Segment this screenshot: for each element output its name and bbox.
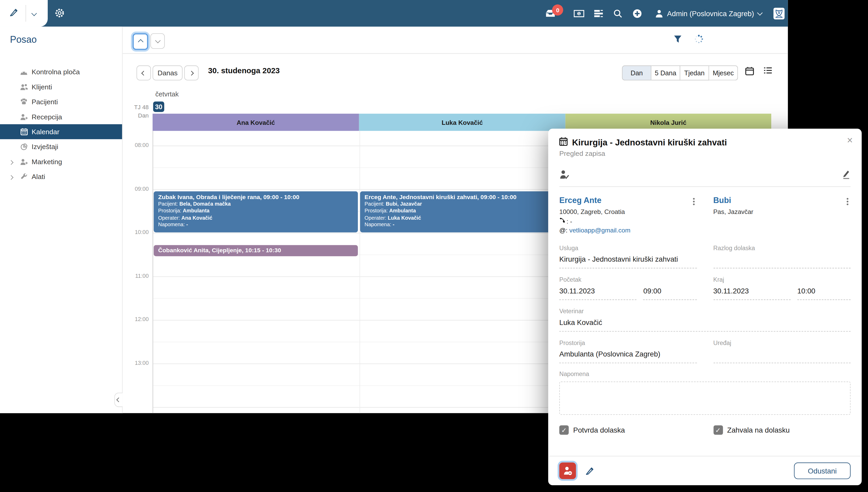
event-detail: Operater: Ana Kovačić: [158, 215, 353, 221]
field-value[interactable]: [714, 255, 851, 268]
checkbox-potvrda-dolaska[interactable]: ✓ Potvrda dolaska: [559, 425, 697, 435]
field-label: Razlog dolaska: [714, 244, 851, 251]
view-tab-dan[interactable]: Dan: [622, 66, 651, 80]
field-kraj: Kraj 30.11.2023 10:00: [714, 276, 851, 300]
appointment-modal: × Kirurgija - Jednostavni kiruški zahvat…: [548, 129, 862, 485]
column-header-nikola-juric[interactable]: Nikola Jurić: [565, 114, 771, 131]
field-usluga: Usluga Kirurgija - Jednostavni kiruški z…: [559, 244, 697, 268]
clients-people-icon: [19, 83, 28, 90]
end-date-value[interactable]: 30.11.2023: [714, 287, 791, 300]
event-detail: Prostorija: Ambulanta: [158, 208, 353, 215]
column-header-luka-kovacic[interactable]: Luka Kovačić: [359, 114, 565, 131]
client-phone-row: : -: [559, 217, 697, 225]
sidebar-item-label: Izvještaji: [31, 143, 58, 151]
agenda-list-icon[interactable]: [764, 67, 772, 78]
napomena-textarea[interactable]: [559, 382, 850, 415]
active-module-tab[interactable]: [0, 0, 48, 27]
queue-list-icon[interactable]: [593, 0, 604, 27]
pencil-module-icon: [9, 7, 19, 20]
start-time-value[interactable]: 09:00: [643, 287, 697, 300]
field-label: Prostorija: [559, 339, 697, 346]
column-header-ana-kovacic[interactable]: Ana Kovačić: [152, 114, 359, 131]
person-check-icon[interactable]: [559, 169, 570, 181]
field-value[interactable]: Ambulanta (Poslovnica Zagreb): [559, 350, 697, 363]
client-phone-value: -: [570, 218, 572, 224]
event-title: Zubak Ivana, Obrada i liječenje rana, 09…: [158, 194, 353, 201]
edit-record-pencil-icon[interactable]: [841, 169, 850, 181]
edit-pencil-icon[interactable]: [585, 466, 595, 476]
sidebar-item-marketing[interactable]: Marketing: [0, 154, 122, 169]
day-number-badge[interactable]: 30: [153, 101, 164, 112]
checkbox-zahvala-na-dolasku[interactable]: ✓ Zahvala na dolasku: [714, 425, 851, 435]
patient-name-link[interactable]: Bubi: [714, 196, 851, 204]
sidebar-item-recepcija[interactable]: Recepcija: [0, 109, 122, 124]
patient-block: Bubi Pas, Jazavčar: [714, 196, 851, 233]
patient-kebab-menu-icon[interactable]: [846, 197, 849, 206]
event-erceg-ante[interactable]: Erceg Ante, Jednostavni kiruški zahvati,…: [360, 191, 564, 232]
brand-logo[interactable]: V: [773, 7, 785, 19]
field-pocetak: Početak 30.11.2023 09:00: [559, 276, 697, 300]
patient-species: Pas, Jazavčar: [714, 208, 851, 215]
cancel-button[interactable]: Odustani: [794, 463, 850, 479]
search-icon[interactable]: [612, 0, 623, 27]
start-date-value[interactable]: 30.11.2023: [559, 287, 637, 300]
remove-client-button[interactable]: [559, 463, 576, 479]
column-name: Ana Kovačić: [237, 119, 275, 126]
tab-chevron-down-icon[interactable]: [32, 8, 36, 18]
admin-account-menu[interactable]: Admin (Poslovnica Zagreb): [655, 9, 762, 18]
sidebar-item-kontrolna-ploca[interactable]: Kontrolna ploča: [0, 64, 122, 79]
scroll-down-button[interactable]: [150, 33, 165, 49]
calendar-view-icons: [745, 67, 772, 78]
sidebar-item-kalendar[interactable]: Kalendar: [0, 124, 122, 139]
field-label: Usluga: [559, 244, 697, 251]
user-icon: [655, 9, 663, 18]
client-email-link[interactable]: vetlioapp@gmail.com: [569, 227, 630, 233]
sidebar-item-klijenti[interactable]: Klijenti: [0, 79, 122, 94]
inbox-icon[interactable]: 0: [545, 0, 556, 27]
field-value[interactable]: Kirurgija - Jednostavni kiruški zahvati: [559, 255, 697, 268]
prev-day-button[interactable]: [136, 66, 151, 80]
paw-icon: [19, 98, 28, 105]
field-label: Početak: [559, 276, 697, 283]
scroll-up-button[interactable]: [133, 33, 148, 50]
day-name-label: četvrtak: [155, 91, 178, 98]
svg-text:1: 1: [578, 11, 580, 16]
end-time-value[interactable]: 10:00: [797, 287, 851, 300]
cash-register-icon[interactable]: 1: [573, 0, 584, 27]
sidebar-item-label: Pacijenti: [31, 98, 58, 106]
at-icon: @:: [559, 227, 569, 233]
field-value[interactable]: Luka Kovačić: [559, 318, 850, 331]
sidebar-collapse-button[interactable]: [114, 393, 123, 407]
sidebar-item-pacijenti[interactable]: Pacijenti: [0, 94, 122, 109]
top-navbar: 0 1 Admin (Poslovnica Zagreb): [0, 0, 788, 27]
checkbox-checked-icon: ✓: [714, 425, 723, 435]
view-tab-5dana[interactable]: 5 Dana: [651, 66, 680, 80]
column-name: Nikola Jurić: [650, 119, 686, 126]
person-plus-icon: [19, 113, 28, 120]
field-value[interactable]: [714, 350, 851, 363]
today-button[interactable]: Danas: [152, 66, 183, 80]
time-label: 10:00: [122, 229, 149, 235]
add-plus-icon[interactable]: [631, 0, 643, 27]
datepicker-calendar-icon[interactable]: [745, 67, 754, 78]
sidebar-item-label: Kalendar: [31, 128, 59, 136]
client-name-link[interactable]: Erceg Ante: [559, 196, 697, 204]
next-day-button[interactable]: [184, 66, 198, 80]
checkbox-label: Potvrda dolaska: [573, 426, 625, 434]
filter-funnel-icon[interactable]: [674, 35, 682, 45]
expand-chevron-icon[interactable]: [9, 158, 13, 166]
svg-text:V: V: [777, 10, 780, 15]
client-kebab-menu-icon[interactable]: [692, 197, 695, 206]
sidebar-item-izvjestaji[interactable]: Izvještaji: [0, 139, 122, 154]
view-tab-mjesec[interactable]: Mjesec: [709, 66, 738, 80]
settings-gear-icon[interactable]: [54, 8, 65, 21]
event-cobankovic-anita[interactable]: Čobanković Anita, Cijepljenje, 10:15 - 1…: [153, 245, 358, 256]
expand-chevron-icon[interactable]: [9, 173, 13, 180]
sidebar-item-alati[interactable]: Alati: [0, 169, 122, 184]
view-tab-tjedan[interactable]: Tjedan: [680, 66, 709, 80]
sidebar-item-label: Alati: [31, 173, 45, 180]
event-detail: Operater: Luka Kovačić: [364, 215, 560, 221]
event-zubak-ivana[interactable]: Zubak Ivana, Obrada i liječenje rana, 09…: [153, 191, 358, 232]
time-label: 11:00: [122, 273, 149, 279]
event-detail: Pacijent: Bela, Domaća mačka: [158, 201, 353, 207]
